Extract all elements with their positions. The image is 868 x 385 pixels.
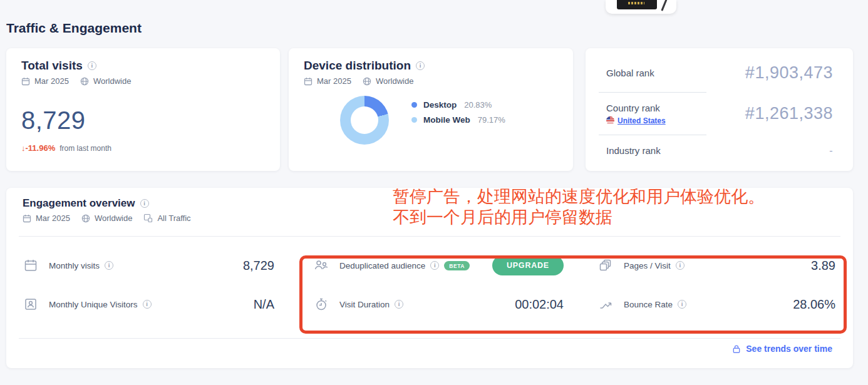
period-label: Mar 2025 (34, 76, 69, 86)
monthly-visits-value: 8,729 (243, 259, 274, 273)
calendar-icon (21, 77, 30, 86)
info-icon[interactable] (105, 261, 113, 270)
region-label: Worldwide (376, 76, 413, 86)
info-icon[interactable] (395, 300, 403, 309)
unique-visitor-icon (23, 297, 39, 311)
industry-rank-row: Industry rank - (606, 145, 833, 157)
total-visits-card: Total visits Mar 2025 Worldwide 8,729 ↓-… (6, 48, 280, 171)
visit-duration-value: 00:02:04 (515, 297, 564, 312)
calendar-icon (304, 77, 313, 86)
monthly-unique-visitors-value: N/A (254, 297, 274, 312)
region-label: Worldwide (95, 213, 132, 223)
calendar-icon (23, 214, 31, 223)
annotation-line-1: 暂停广告，处理网站的速度优化和用户体验优化。 (393, 187, 765, 207)
bounce-rate-value: 28.06% (793, 297, 835, 312)
info-icon[interactable] (416, 61, 425, 70)
device-legend: Desktop 20.83% Mobile Web 79.17% (411, 100, 505, 125)
info-icon[interactable] (143, 300, 152, 309)
stopwatch-icon (313, 297, 329, 311)
legend-item-mobile-web: Mobile Web 79.17% (411, 115, 505, 125)
mobile-web-dot (411, 117, 417, 123)
metric-monthly-visits: Monthly visits 8,729 (23, 253, 274, 278)
country-rank-value: #1,261,338 (745, 104, 833, 123)
annotation-line-2: 不到一个月后的用户停留数据 (393, 207, 765, 228)
metric-visit-duration: Visit Duration 00:02:04 (313, 292, 564, 317)
country-rank-row: Country rank United States #1,261,338 (606, 103, 833, 125)
bounce-arrow-icon (597, 297, 614, 311)
metric-bounce-rate: Bounce Rate 28.06% (597, 292, 835, 317)
pages-per-visit-value: 3.89 (811, 259, 835, 273)
globe-icon (81, 214, 90, 223)
period-label: Mar 2025 (36, 213, 70, 223)
channels-icon (143, 213, 153, 223)
us-flag-icon (606, 116, 614, 125)
divider (599, 92, 706, 93)
info-icon[interactable] (140, 199, 149, 208)
beta-badge: BETA (444, 261, 470, 270)
change-percent: ↓-11.96% (21, 143, 55, 153)
desktop-dot (411, 102, 417, 108)
legend-item-desktop: Desktop 20.83% (411, 100, 505, 110)
audience-people-icon (313, 259, 329, 272)
thumbnail-image (617, 0, 657, 9)
global-rank-row: Global rank #1,903,473 (606, 63, 833, 83)
country-link[interactable]: United States (617, 116, 666, 125)
calendar-icon (23, 259, 39, 272)
divider (19, 236, 840, 237)
period-label: Mar 2025 (317, 76, 351, 86)
device-donut-chart (340, 96, 389, 145)
pages-stack-icon (597, 259, 614, 272)
info-icon[interactable] (88, 61, 96, 70)
metric-deduplicated-audience: Deduplicated audience BETA UPGRADE (313, 253, 564, 278)
see-trends-link[interactable]: See trends over time (732, 344, 832, 354)
industry-rank-value: - (829, 145, 833, 157)
annotation-text: 暂停广告，处理网站的速度优化和用户体验优化。 不到一个月后的用户停留数据 (393, 187, 765, 228)
page-title: Traffic & Engagement (6, 21, 142, 36)
divider (19, 338, 840, 339)
traffic-filter-label: All Traffic (157, 213, 190, 223)
upgrade-button[interactable]: UPGRADE (492, 255, 564, 275)
total-visits-value: 8,729 (21, 106, 265, 135)
total-visits-title: Total visits (21, 59, 83, 73)
metric-pages-per-visit: Pages / Visit 3.89 (597, 253, 835, 278)
info-icon[interactable] (678, 300, 686, 309)
region-label: Worldwide (93, 76, 131, 86)
change-note: from last month (59, 144, 111, 153)
info-icon[interactable] (676, 261, 685, 270)
rank-card: Global rank #1,903,473 Country rank Unit… (586, 48, 853, 171)
traffic-engagement-dashboard: Traffic & Engagement Total visits Mar 20… (0, 0, 868, 385)
global-rank-value: #1,903,473 (745, 63, 833, 83)
product-thumbnail-fragment[interactable] (606, 0, 676, 14)
device-distribution-card: Device distribution Mar 2025 Worldwide (289, 48, 573, 171)
globe-icon (363, 77, 371, 86)
info-icon[interactable] (430, 261, 439, 270)
lock-icon (732, 344, 741, 354)
device-distribution-title: Device distribution (304, 59, 411, 73)
thumbnail-slash-mark (661, 0, 667, 11)
globe-icon (80, 77, 89, 86)
divider (599, 135, 706, 135)
metric-monthly-unique-visitors: Monthly Unique Visitors N/A (23, 292, 274, 317)
engagement-overview-title: Engagement overview (23, 197, 135, 210)
